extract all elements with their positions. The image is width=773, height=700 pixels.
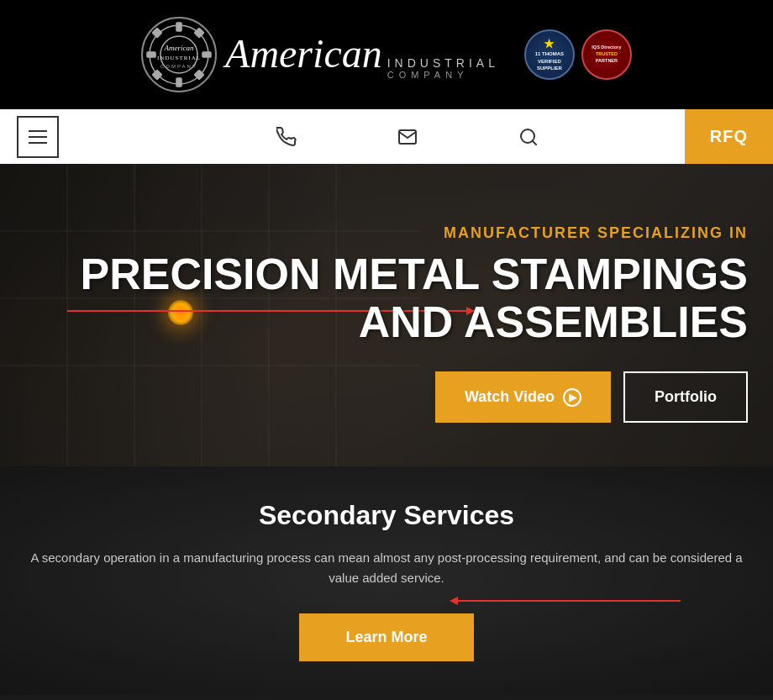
navbar: RFQ [0,109,773,164]
services-section: Secondary Services A secondary operation… [0,466,773,695]
hero-title: PRECISION METAL STAMPINGS AND ASSEMBLIES [81,250,749,346]
portfolio-button[interactable]: Portfolio [623,371,748,423]
svg-text:INDUSTRIAL: INDUSTRIAL [157,55,201,61]
services-title: Secondary Services [25,500,748,531]
watch-video-label: Watch Video [465,388,555,406]
logo-area: American INDUSTRIAL COMPANY American IND… [141,17,632,92]
badge-thomas-text: 11 THOMASVERIFIEDSUPPLIER [535,50,564,71]
ios-badge-text: IQS DirectoryTRUSTEDPARTNER [592,45,621,64]
svg-rect-1 [176,23,181,31]
menu-line-1 [29,130,47,132]
menu-line-3 [29,142,47,144]
phone-icon[interactable] [276,127,297,147]
logo-svg: American INDUSTRIAL COMPANY [145,21,213,88]
svg-text:COMPANY: COMPANY [160,64,197,69]
hero-buttons: Watch Video ▶ Portfolio [435,371,748,423]
hero-title-line2: AND ASSEMBLIES [359,297,748,346]
svg-text:American: American [164,44,194,52]
svg-rect-5 [152,28,161,37]
badge-star: ★ [544,37,555,50]
site-header: American INDUSTRIAL COMPANY American IND… [0,0,773,109]
email-icon[interactable] [397,127,418,147]
company-name-main: American [225,30,382,76]
svg-rect-2 [176,78,181,87]
thomas-badge: ★ 11 THOMASVERIFIEDSUPPLIER [524,29,575,80]
play-icon: ▶ [563,388,581,407]
menu-button[interactable] [17,116,59,158]
services-description: A secondary operation in a manufacturing… [25,548,748,588]
learn-more-button[interactable]: Learn More [299,613,473,661]
watch-video-button[interactable]: Watch Video ▶ [435,371,611,423]
services-content: Secondary Services A secondary operation… [25,500,748,661]
svg-rect-3 [147,52,155,57]
hero-content: MANUFACTURER SPECIALIZING IN PRECISION M… [0,164,773,466]
svg-rect-4 [202,52,211,57]
carousel-dots [0,695,773,700]
rfq-button[interactable]: RFQ [685,109,773,164]
menu-line-2 [29,136,47,138]
company-name-industrial: INDUSTRIAL [387,56,499,70]
nav-icons [59,127,756,147]
search-icon[interactable] [518,127,539,147]
hero-section: MANUFACTURER SPECIALIZING IN PRECISION M… [0,164,773,466]
header-badges: ★ 11 THOMASVERIFIEDSUPPLIER IQS Director… [524,29,632,80]
hero-subtitle: MANUFACTURER SPECIALIZING IN [444,224,748,242]
hero-title-line1: PRECISION METAL STAMPINGS [81,250,749,298]
ios-badge: IQS DirectoryTRUSTEDPARTNER [581,29,632,80]
company-name: American INDUSTRIAL COMPANY [225,30,499,80]
company-name-sub: COMPANY [387,70,469,80]
logo-circle: American INDUSTRIAL COMPANY [141,17,217,92]
svg-line-14 [533,140,536,144]
